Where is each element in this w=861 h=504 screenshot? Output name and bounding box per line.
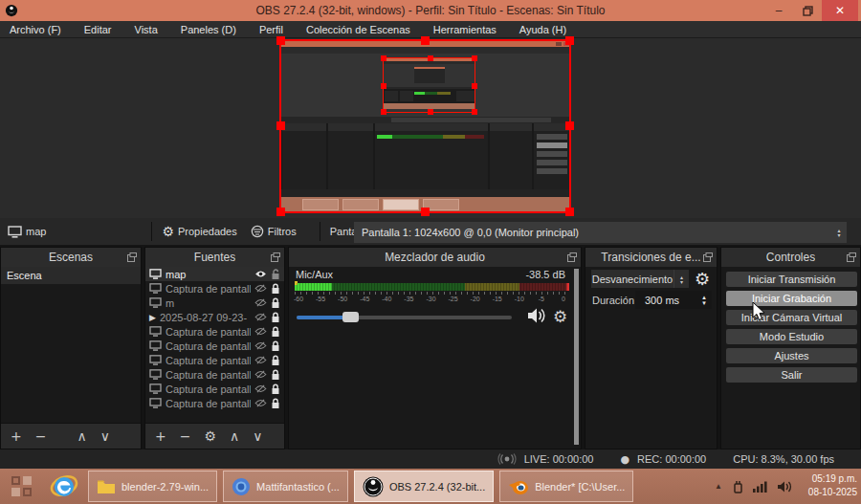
remove-source-button[interactable]: − xyxy=(180,428,191,444)
display-select[interactable]: Pantalla 1: 1024x600 @ 0,0 (Monitor prin… xyxy=(354,222,847,243)
eye-slash-icon[interactable] xyxy=(254,370,267,379)
selection-handle[interactable] xyxy=(421,36,430,45)
minimize-button[interactable]: – xyxy=(764,0,793,21)
source-selection-box[interactable] xyxy=(279,39,571,213)
transition-gear-icon[interactable]: ⚙ xyxy=(695,269,710,289)
taskbar-clock[interactable]: 05:19 p.m. 08-10-2025 xyxy=(808,472,857,499)
eye-slash-icon[interactable] xyxy=(254,384,267,393)
volume-slider-handle[interactable] xyxy=(342,312,359,322)
eye-slash-icon[interactable] xyxy=(254,298,267,307)
lock-icon[interactable] xyxy=(271,340,280,352)
duration-spinner-icon[interactable]: ▴▾ xyxy=(696,295,712,306)
power-plug-icon[interactable] xyxy=(731,480,744,493)
dock-icon[interactable] xyxy=(127,252,137,262)
source-properties-button[interactable]: ⚙ xyxy=(204,428,216,444)
lock-icon[interactable] xyxy=(271,383,280,395)
lock-icon[interactable] xyxy=(271,297,280,309)
dock-icon[interactable] xyxy=(703,252,713,262)
controls-panel-header[interactable]: Controles xyxy=(721,248,860,267)
menu-herramientas[interactable]: Herramientas xyxy=(433,24,497,35)
lock-icon[interactable] xyxy=(271,398,280,409)
selection-handle[interactable] xyxy=(565,208,574,216)
duration-input[interactable]: 300 ms ▴▾ xyxy=(635,291,712,309)
scene-up-button[interactable]: ∧ xyxy=(77,428,86,444)
taskbar-button-browser[interactable]: Mattifantastico (... xyxy=(223,471,348,502)
eye-slash-icon[interactable] xyxy=(254,356,267,364)
menu-perfil[interactable]: Perfil xyxy=(259,24,283,35)
source-row[interactable]: Captura de pantalla xyxy=(145,324,284,339)
mixer-scrollbar[interactable] xyxy=(574,269,579,445)
add-source-button[interactable]: + xyxy=(155,428,166,444)
eye-icon[interactable] xyxy=(254,270,267,278)
lock-icon[interactable] xyxy=(271,355,280,366)
remove-scene-button[interactable]: − xyxy=(35,428,47,444)
selection-handle[interactable] xyxy=(276,36,285,45)
close-button[interactable]: ✕ xyxy=(822,0,858,21)
selection-handle[interactable] xyxy=(276,208,285,216)
source-row[interactable]: Captura de pantalla xyxy=(145,396,284,410)
eye-slash-icon[interactable] xyxy=(254,341,267,350)
studio-mode-button[interactable]: Modo Estudio xyxy=(726,329,857,344)
mixer-panel-header[interactable]: Mezclador de audio xyxy=(289,248,581,267)
start-streaming-button[interactable]: Iniciar Transmisión xyxy=(726,272,857,287)
properties-button[interactable]: ⚙ Propiedades xyxy=(162,224,236,239)
scene-down-button[interactable]: ∨ xyxy=(100,428,110,444)
sources-panel-header[interactable]: Fuentes xyxy=(145,248,284,267)
transitions-panel-header[interactable]: Transiciones de e... xyxy=(585,248,717,267)
lock-open-icon[interactable] xyxy=(271,269,280,280)
taskbar-button-blender-folder[interactable]: blender-2.79-win... xyxy=(88,471,217,502)
preview-canvas[interactable] xyxy=(0,38,861,218)
lock-icon[interactable] xyxy=(271,312,280,323)
selection-handle[interactable] xyxy=(421,208,430,216)
dock-icon[interactable] xyxy=(567,252,577,262)
source-row[interactable]: Captura de pantalla xyxy=(145,353,284,367)
spinner-icon[interactable]: ▴▾ xyxy=(831,222,847,243)
source-row[interactable]: Captura de pantalla xyxy=(145,281,284,296)
settings-button[interactable]: Ajustes xyxy=(726,348,857,363)
lock-icon[interactable] xyxy=(271,326,280,338)
transition-select[interactable]: Desvanecimiento ▴▾ xyxy=(591,270,689,288)
eye-slash-icon[interactable] xyxy=(254,327,267,336)
start-virtual-camera-button[interactable]: Iniciar Cámara Virtual xyxy=(726,310,857,325)
eye-slash-icon[interactable] xyxy=(254,284,267,293)
source-row[interactable]: Captura de pantalla xyxy=(145,382,284,396)
exit-button[interactable]: Salir xyxy=(726,367,857,383)
volume-slider[interactable] xyxy=(297,316,512,319)
spinner-icon[interactable]: ▴▾ xyxy=(673,270,689,288)
source-row[interactable]: Captura de pantalla xyxy=(145,367,284,382)
taskbar-button-obs[interactable]: OBS 27.2.4 (32-bit... xyxy=(354,471,494,502)
source-row[interactable]: map xyxy=(145,267,284,281)
volume-tray-icon[interactable] xyxy=(777,480,792,493)
selection-handle[interactable] xyxy=(565,121,574,130)
selection-handle[interactable] xyxy=(276,121,285,130)
source-down-button[interactable]: ∨ xyxy=(253,428,262,444)
eye-slash-icon[interactable] xyxy=(254,399,267,407)
menu-paneles[interactable]: Paneles (D) xyxy=(181,24,236,35)
selection-handle[interactable] xyxy=(565,36,574,45)
start-recording-button[interactable]: Iniciar Grabación xyxy=(726,291,857,306)
source-row[interactable]: ▶ 2025-08-27 09-23- xyxy=(145,310,284,324)
tray-caret-icon[interactable]: ▲ xyxy=(715,482,722,491)
source-row[interactable]: m xyxy=(145,296,284,310)
restore-button[interactable] xyxy=(793,0,822,21)
filters-button[interactable]: Filtros xyxy=(251,225,297,238)
source-row[interactable]: Captura de pantalla xyxy=(145,339,284,353)
menu-editar[interactable]: Editar xyxy=(84,24,112,35)
scene-list-item[interactable]: Escena xyxy=(1,267,141,284)
start-button[interactable] xyxy=(11,476,33,497)
speaker-icon[interactable] xyxy=(526,307,547,324)
menu-ayuda[interactable]: Ayuda (H) xyxy=(519,24,566,35)
menu-coleccion[interactable]: Colección de Escenas xyxy=(306,24,410,35)
dock-icon[interactable] xyxy=(271,252,280,262)
lock-icon[interactable] xyxy=(271,369,280,381)
source-up-button[interactable]: ∧ xyxy=(230,428,239,444)
taskbar-button-blender[interactable]: Blender* [C:\User... xyxy=(499,471,633,502)
dock-icon[interactable] xyxy=(847,252,856,262)
menu-archivo[interactable]: Archivo (F) xyxy=(10,24,61,35)
network-signal-icon[interactable] xyxy=(753,480,768,493)
add-scene-button[interactable]: + xyxy=(11,428,22,444)
menu-vista[interactable]: Vista xyxy=(135,24,158,35)
title-bar[interactable]: OBS 27.2.4 (32-bit, windows) - Perfil: S… xyxy=(0,0,861,21)
eye-slash-icon[interactable] xyxy=(254,313,267,321)
internet-explorer-icon[interactable] xyxy=(50,473,78,500)
